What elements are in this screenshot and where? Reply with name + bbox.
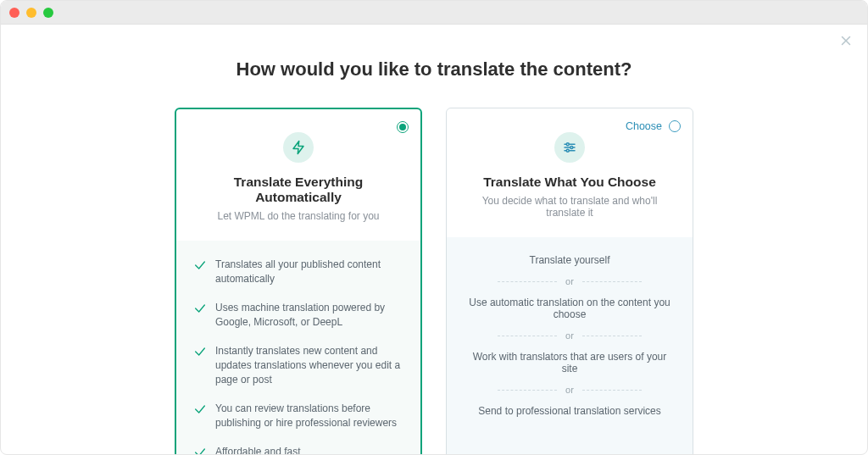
titlebar	[1, 1, 867, 25]
feature-text: Instantly translates new content and upd…	[215, 344, 403, 388]
page-title: How would you like to translate the cont…	[21, 58, 847, 80]
svg-marker-2	[293, 141, 303, 154]
feature-text: Uses machine translation powered by Goog…	[215, 301, 403, 330]
card-translate-what-you-choose[interactable]: Choose Translate What You Ch	[446, 108, 693, 455]
choose-label: Choose	[626, 120, 662, 132]
card-body: Translate yourself or Use automatic tran…	[447, 237, 693, 455]
check-icon	[193, 302, 207, 319]
card-translate-automatically[interactable]: Translate Everything Automatically Let W…	[175, 108, 422, 455]
radio-unselected[interactable]	[669, 120, 681, 132]
card-header: Translate Everything Automatically Let W…	[176, 109, 420, 241]
window-close-button[interactable]	[9, 8, 19, 18]
or-label: or	[565, 276, 574, 286]
window-zoom-button[interactable]	[43, 8, 53, 18]
svg-point-4	[566, 143, 569, 146]
feature-text: You can review translations before publi…	[215, 402, 403, 431]
lightning-icon	[283, 132, 314, 163]
radio-wrap: Choose	[626, 120, 681, 132]
feature-text: Translates all your published content au…	[215, 258, 403, 287]
or-label: or	[565, 330, 574, 341]
option-cards: Translate Everything Automatically Let W…	[21, 108, 847, 455]
radio-wrap	[397, 121, 409, 133]
check-icon	[193, 258, 207, 275]
or-divider: or	[464, 385, 676, 395]
option-item: Work with translators that are users of …	[464, 351, 676, 375]
radio-selected[interactable]	[397, 121, 409, 133]
window-minimize-button[interactable]	[26, 8, 36, 18]
feature-item: Uses machine translation powered by Goog…	[193, 301, 403, 330]
svg-point-6	[570, 147, 573, 149]
card-title: Translate What You Choose	[462, 175, 677, 190]
feature-item: Instantly translates new content and upd…	[193, 344, 403, 388]
dialog-content: How would you like to translate the cont…	[1, 25, 867, 455]
sliders-icon	[554, 132, 585, 163]
card-title: Translate Everything Automatically	[192, 175, 405, 205]
card-subtitle: Let WPML do the translating for you	[192, 210, 405, 222]
option-item: Send to professional translation service…	[464, 405, 676, 417]
feature-item: Translates all your published content au…	[193, 258, 403, 287]
or-divider: or	[464, 276, 676, 286]
card-header: Choose Translate What You Ch	[447, 108, 693, 237]
card-body: Translates all your published content au…	[176, 241, 420, 455]
check-icon	[193, 446, 207, 455]
feature-item: Affordable and fast	[193, 445, 403, 455]
or-divider: or	[464, 330, 676, 341]
card-subtitle: You decide what to translate and who'll …	[462, 195, 677, 219]
check-icon	[193, 345, 207, 362]
app-window: How would you like to translate the cont…	[0, 0, 868, 455]
option-item: Use automatic translation on the content…	[464, 297, 676, 320]
close-icon	[838, 33, 854, 48]
options-list: Translate yourself or Use automatic tran…	[464, 254, 676, 417]
or-label: or	[565, 385, 574, 395]
feature-item: You can review translations before publi…	[193, 402, 403, 431]
check-icon	[193, 402, 207, 419]
svg-point-8	[566, 149, 569, 152]
dialog-close-button[interactable]	[838, 33, 854, 48]
feature-text: Affordable and fast	[215, 445, 301, 455]
option-item: Translate yourself	[464, 254, 676, 266]
